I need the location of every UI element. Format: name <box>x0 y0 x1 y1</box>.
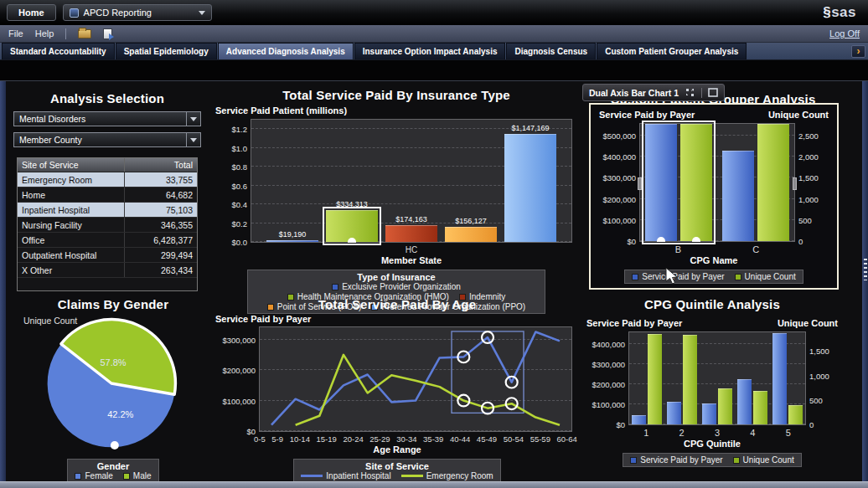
rearrange-icon[interactable] <box>685 87 695 98</box>
export-report-icon[interactable] <box>103 28 112 39</box>
axis-tick-label: $200,000 <box>592 380 629 389</box>
home-button[interactable]: Home <box>7 4 56 21</box>
table-row[interactable]: Home64,682 <box>18 187 197 203</box>
geography-filter-dropdown[interactable]: Member County <box>13 132 201 147</box>
bar[interactable] <box>722 151 754 241</box>
bar[interactable] <box>632 415 646 424</box>
table-row[interactable]: Inpatient Hospital75,103 <box>18 203 197 218</box>
tab-spatial-epidemiology[interactable]: Spatial Epidemiology <box>116 43 217 59</box>
chevron-down-icon <box>186 112 200 126</box>
bar[interactable] <box>667 402 681 425</box>
bar[interactable] <box>788 405 803 424</box>
chevron-down-icon <box>186 133 200 146</box>
row-label: Outpatient Hospital <box>18 248 125 262</box>
open-folder-icon[interactable] <box>78 29 91 39</box>
axis-tick-label: $300,000 <box>222 335 260 344</box>
bar[interactable] <box>772 333 787 424</box>
category-labels: 12345 <box>628 425 806 438</box>
category-labels: BC <box>639 242 795 254</box>
legend-swatch <box>735 274 741 280</box>
tab-standard-accountability[interactable]: Standard Accountability <box>2 43 115 59</box>
bar[interactable] <box>702 403 716 424</box>
column-header-site[interactable]: Site of Service <box>18 158 125 172</box>
table-row[interactable]: Outpatient Hospital299,494 <box>18 248 197 263</box>
bar[interactable] <box>757 124 789 241</box>
bar[interactable] <box>504 134 556 242</box>
left-edge-strip <box>0 81 6 481</box>
app-selector-dropdown[interactable]: APCD Reporting <box>63 4 212 21</box>
dual-axis-chart-window[interactable]: Service Paid by Payer Unique Count $0$10… <box>589 103 839 290</box>
category-bar-group[interactable] <box>737 332 767 424</box>
menu-file[interactable]: File <box>8 28 23 39</box>
category-bar-group[interactable] <box>772 332 803 424</box>
tab-overflow-button[interactable]: › <box>851 45 865 58</box>
row-label: Inpatient Hospital <box>18 203 125 217</box>
bar-data-label: $174,163 <box>395 215 427 223</box>
category-bar-group[interactable] <box>702 332 732 424</box>
axis-tick-label: $300,000 <box>602 173 640 182</box>
bar-column: $334,313 <box>326 120 378 242</box>
bar[interactable] <box>445 227 497 242</box>
x-tick-label: 45-49 <box>477 434 497 444</box>
dropdown-value: Mental Disorders <box>14 114 186 124</box>
bar[interactable] <box>266 240 318 242</box>
gender-legend: GenderFemaleMale <box>67 459 158 483</box>
legend-item: Inpatient Hospital <box>301 471 390 480</box>
table-header: Site of Service Total <box>18 158 197 172</box>
toolbar-title: Dual Axis Bar Chart 1 <box>589 88 679 98</box>
menu-help[interactable]: Help <box>35 28 54 39</box>
left-axis-label: Service Paid by Payer <box>599 110 695 120</box>
axis-tick-label: $200,000 <box>602 194 640 203</box>
axis-tick-label: $100,000 <box>222 396 260 405</box>
log-off-link[interactable]: Log Off <box>829 28 860 39</box>
tab-diagnosis-census[interactable]: Diagnosis Census <box>506 43 596 59</box>
bar[interactable] <box>648 334 662 424</box>
bar[interactable] <box>718 388 732 424</box>
row-value: 6,428,377 <box>125 233 197 247</box>
horizontal-scrollbar[interactable] <box>0 481 868 488</box>
x-tick-label: 30-34 <box>396 434 416 444</box>
legend-item: Exclusive Provider Organization <box>332 282 461 291</box>
category-bar-group[interactable] <box>722 124 789 241</box>
x-tick-label: 50-54 <box>504 434 524 444</box>
tab-advanced-diagnosis-analysis[interactable]: Advanced Diagnosis Analysis <box>218 43 354 59</box>
legend-title: Type of Insurance <box>255 272 538 282</box>
bar[interactable] <box>645 124 677 241</box>
bar[interactable] <box>683 335 697 424</box>
report-window-icon <box>70 8 79 18</box>
axis-tick-label: 500 <box>805 395 823 404</box>
chart-floating-toolbar: Dual Axis Bar Chart 1 <box>582 84 725 101</box>
diagnosis-filter-dropdown[interactable]: Mental Disorders <box>13 111 201 126</box>
column-header-total[interactable]: Total <box>125 158 197 172</box>
bar[interactable] <box>385 225 437 242</box>
age-chart-plot: $0$100,000$200,000$300,000 <box>259 326 572 432</box>
axis-tick-label: $0 <box>246 427 260 436</box>
bar[interactable] <box>680 124 712 241</box>
table-row[interactable]: Emergency Room33,755 <box>18 172 197 187</box>
axis-tick-label: $300,000 <box>592 360 629 369</box>
row-value: 299,494 <box>125 248 197 262</box>
tab-insurance-option-impact-analysis[interactable]: Insurance Option Impact Analysis <box>354 43 506 59</box>
category-bar-group[interactable] <box>645 124 712 241</box>
bar[interactable] <box>753 391 767 424</box>
table-row[interactable]: X Other263,434 <box>18 263 197 278</box>
category-bar-group[interactable] <box>667 332 697 424</box>
axis-tick-label: $200,000 <box>222 366 260 375</box>
chevron-down-icon <box>199 11 205 15</box>
panel-resize-handle[interactable] <box>864 259 867 280</box>
row-label: Emergency Room <box>18 172 125 187</box>
bar[interactable] <box>737 379 752 424</box>
table-row[interactable]: Office6,428,377 <box>18 233 197 248</box>
bar-data-label: $334,313 <box>336 200 368 208</box>
category-bar-group[interactable] <box>632 332 662 424</box>
maximize-icon[interactable] <box>708 88 718 97</box>
site-of-service-table: Site of Service Total Emergency Room33,7… <box>17 157 198 291</box>
row-label: Nursing Facility <box>18 218 125 232</box>
legend-items: Service Paid by PayerUnique Count <box>632 272 796 281</box>
bar[interactable] <box>326 210 378 242</box>
tab-custom-patient-grouper-analysis[interactable]: Custom Patient Grouper Analysis <box>597 43 747 59</box>
row-value: 263,434 <box>125 263 197 277</box>
row-label: Office <box>18 233 125 247</box>
pie-slice-label: 57.8% <box>100 357 126 367</box>
table-row[interactable]: Nursing Facility346,355 <box>18 218 197 233</box>
